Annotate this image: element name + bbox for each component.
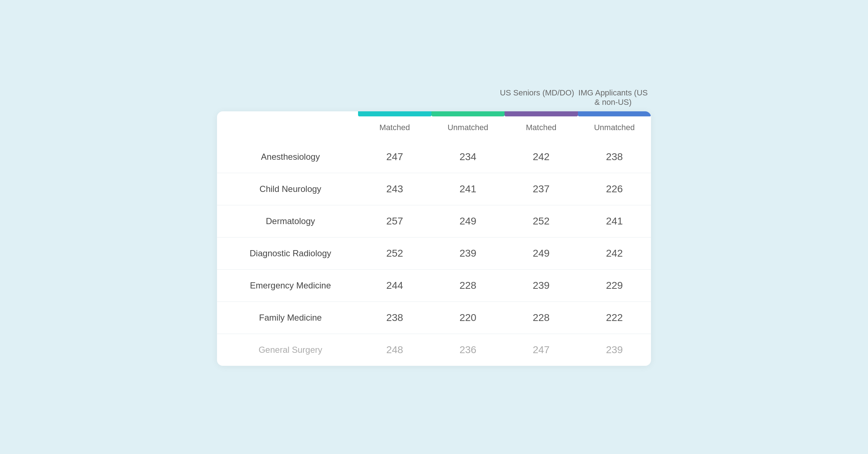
data-cell-2-1: 249 (431, 205, 505, 237)
data-cell-2-3: 241 (578, 205, 651, 237)
col-label-1: Unmatched (447, 123, 488, 132)
data-cell-0-3: 238 (578, 141, 651, 173)
table-card: Matched Unmatched Matched Unmatched Anes… (217, 111, 651, 366)
data-cell-0-2: 242 (505, 141, 578, 173)
data-cell-4-1: 228 (431, 270, 505, 301)
data-cell-0-1: 234 (431, 141, 505, 173)
col-header-0: Matched (358, 111, 431, 141)
table-row: Family Medicine238220228222 (217, 301, 651, 334)
specialty-cell-6: General Surgery (217, 335, 358, 365)
col-top-bar-2 (505, 111, 578, 116)
col-label-0: Matched (379, 123, 410, 132)
specialty-cell-4: Emergency Medicine (217, 270, 358, 301)
col-header-1: Unmatched (431, 111, 505, 141)
col-top-bar-0 (358, 111, 431, 116)
col-header-2: Matched (505, 111, 578, 141)
data-cell-1-1: 241 (431, 173, 505, 205)
data-cell-5-1: 220 (431, 302, 505, 334)
table-row: Emergency Medicine244228239229 (217, 269, 651, 301)
col-label-3: Unmatched (594, 123, 635, 132)
col-top-bar-1 (431, 111, 505, 116)
data-cell-4-2: 239 (505, 270, 578, 301)
data-cell-6-1: 236 (431, 334, 505, 366)
data-cell-6-0: 248 (358, 334, 431, 366)
data-cell-3-0: 252 (358, 237, 431, 269)
data-cell-2-0: 257 (358, 205, 431, 237)
col-header-3: Unmatched (578, 111, 651, 141)
data-cell-3-1: 239 (431, 237, 505, 269)
specialty-cell-3: Diagnostic Radiology (217, 238, 358, 269)
data-cell-2-2: 252 (505, 205, 578, 237)
data-cell-4-0: 244 (358, 270, 431, 301)
specialty-header-cell (217, 111, 358, 141)
data-cell-1-0: 243 (358, 173, 431, 205)
data-cell-5-3: 222 (578, 302, 651, 334)
specialty-cell-1: Child Neurology (217, 174, 358, 204)
data-cell-4-3: 229 (578, 270, 651, 301)
data-cell-1-3: 226 (578, 173, 651, 205)
data-rows-container: Anesthesiology247234242238Child Neurolog… (217, 141, 651, 366)
col-top-bar-3 (578, 111, 651, 116)
column-headers: Matched Unmatched Matched Unmatched (358, 111, 651, 141)
data-cell-3-3: 242 (578, 237, 651, 269)
group-header-img: IMG Applicants (US & non-US) (575, 88, 651, 111)
group-headers: US Seniors (MD/DO) IMG Applicants (US & … (358, 88, 651, 111)
page-wrapper: US Seniors (MD/DO) IMG Applicants (US & … (217, 88, 651, 366)
data-cell-5-0: 238 (358, 302, 431, 334)
data-cell-6-3: 239 (578, 334, 651, 366)
table-row: Child Neurology243241237226 (217, 173, 651, 205)
table-row: Diagnostic Radiology252239249242 (217, 237, 651, 269)
specialty-cell-5: Family Medicine (217, 303, 358, 333)
data-cell-1-2: 237 (505, 173, 578, 205)
data-cell-6-2: 247 (505, 334, 578, 366)
specialty-cell-0: Anesthesiology (217, 142, 358, 172)
col-label-2: Matched (526, 123, 556, 132)
data-cell-3-2: 249 (505, 237, 578, 269)
table-header-row: Matched Unmatched Matched Unmatched (217, 111, 651, 141)
table-row: Dermatology257249252241 (217, 205, 651, 237)
table-row: General Surgery248236247239 (217, 334, 651, 366)
specialty-cell-2: Dermatology (217, 206, 358, 236)
data-cell-5-2: 228 (505, 302, 578, 334)
data-cell-0-0: 247 (358, 141, 431, 173)
group-header-us: US Seniors (MD/DO) (499, 88, 575, 111)
table-row: Anesthesiology247234242238 (217, 141, 651, 173)
